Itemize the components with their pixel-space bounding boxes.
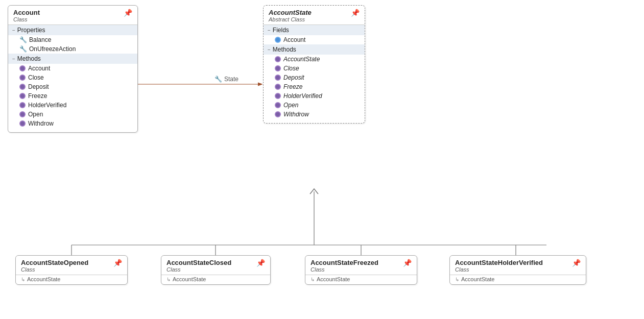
onufreeze-item: 🔧 OnUfreezeAction: [8, 44, 137, 54]
freezed-title: AccountStateFreezed: [311, 259, 378, 266]
account-subtitle: Class: [13, 16, 40, 22]
closed-title: AccountStateClosed: [166, 259, 231, 266]
methods-label: Methods: [17, 55, 41, 62]
method-icon: [275, 84, 281, 90]
fields-section-header: − Fields: [264, 25, 365, 35]
method-freeze: Freeze: [8, 91, 137, 101]
method-icon: [275, 65, 281, 71]
method-icon: [19, 93, 26, 99]
field-account: Account: [264, 35, 365, 44]
holderverified-header: AccountStateHolderVerified Class 📌: [450, 256, 586, 275]
as-method-freeze: Freeze: [264, 82, 365, 91]
method-deposit: Deposit: [8, 82, 137, 91]
wrench-icon-2: 🔧: [19, 45, 27, 53]
field-icon: [275, 37, 281, 43]
closed-header: AccountStateClosed Class 📌: [161, 256, 270, 275]
holderverified-subtitle: Class: [455, 266, 543, 273]
method-account: Account: [8, 64, 137, 73]
opened-pin-icon: 📌: [113, 259, 122, 267]
inherit-icon: ↳: [455, 277, 459, 282]
opened-parent: ↳ AccountState: [16, 275, 127, 284]
accountstate-title: AccountState: [269, 9, 312, 16]
method-icon: [19, 65, 26, 71]
freezed-box: AccountStateFreezed Class 📌 ↳ AccountSta…: [305, 255, 417, 285]
opened-title: AccountStateOpened: [21, 259, 88, 266]
freezed-pin-icon: 📌: [403, 259, 412, 267]
closed-box: AccountStateClosed Class 📌 ↳ AccountStat…: [161, 255, 271, 285]
holderverified-pin-icon: 📌: [572, 259, 581, 267]
inherit-icon: ↳: [166, 277, 171, 282]
as-method-accountstate: AccountState: [264, 55, 365, 64]
closed-subtitle: Class: [166, 266, 231, 273]
method-icon: [275, 75, 281, 81]
state-label: State: [224, 76, 238, 83]
inherit-icon: ↳: [21, 277, 25, 282]
methods-section-header: − Methods: [8, 54, 137, 64]
freezed-header: AccountStateFreezed Class 📌: [305, 256, 417, 275]
as-method-deposit: Deposit: [264, 73, 365, 82]
account-title: Account: [13, 9, 40, 16]
properties-label: Properties: [17, 27, 45, 34]
fields-label: Fields: [273, 27, 289, 34]
opened-box: AccountStateOpened Class 📌 ↳ AccountStat…: [15, 255, 128, 285]
method-icon: [19, 75, 26, 81]
opened-subtitle: Class: [21, 266, 88, 273]
account-header: Account Class 📌: [8, 6, 137, 25]
onufreeze-text: OnUfreezeAction: [29, 45, 76, 53]
diagram-container: Account Class 📌 − Properties 🔧 Balance 🔧…: [0, 0, 644, 319]
balance-item: 🔧 Balance: [8, 35, 137, 44]
holderverified-parent: ↳ AccountState: [450, 275, 586, 284]
wrench-state-icon: 🔧: [214, 76, 222, 83]
method-close: Close: [8, 73, 137, 82]
holderverified-title: AccountStateHolderVerified: [455, 259, 543, 266]
accountstate-subtitle: Abstract Class: [269, 16, 312, 22]
state-arrow-label: 🔧 State: [214, 76, 238, 83]
as-method-holderverified: HolderVerified: [264, 91, 365, 101]
as-method-withdrow: Withdrow: [264, 110, 365, 121]
accountstate-box: AccountState Abstract Class 📌 − Fields A…: [263, 5, 365, 124]
method-icon: [275, 56, 281, 62]
holderverified-box: AccountStateHolderVerified Class 📌 ↳ Acc…: [449, 255, 586, 285]
closed-parent: ↳ AccountState: [161, 275, 270, 284]
as-methods-section-header: − Methods: [264, 44, 365, 55]
method-withdrow: Withdrow: [8, 119, 137, 130]
freezed-subtitle: Class: [311, 266, 378, 273]
as-method-open: Open: [264, 101, 365, 110]
inherit-icon: ↳: [311, 277, 315, 282]
accountstate-pin-icon: 📌: [351, 9, 360, 17]
as-methods-label: Methods: [273, 46, 296, 53]
method-icon: [19, 120, 26, 127]
wrench-icon: 🔧: [19, 36, 27, 43]
method-icon: [19, 84, 26, 90]
freezed-parent: ↳ AccountState: [305, 275, 417, 284]
account-box: Account Class 📌 − Properties 🔧 Balance 🔧…: [8, 5, 138, 133]
method-icon: [19, 102, 26, 108]
method-icon: [275, 111, 281, 117]
closed-pin-icon: 📌: [256, 259, 265, 267]
accountstate-header: AccountState Abstract Class 📌: [264, 6, 365, 25]
as-method-close: Close: [264, 64, 365, 73]
opened-header: AccountStateOpened Class 📌: [16, 256, 127, 275]
properties-section-header: − Properties: [8, 25, 137, 35]
method-icon: [19, 111, 26, 117]
account-pin-icon: 📌: [124, 9, 132, 17]
balance-text: Balance: [29, 36, 51, 43]
accountstate-body: − Fields Account − Methods AccountState …: [264, 25, 365, 123]
method-open: Open: [8, 110, 137, 119]
method-icon: [275, 93, 281, 99]
account-body: − Properties 🔧 Balance 🔧 OnUfreezeAction…: [8, 25, 137, 132]
method-holderverified: HolderVerified: [8, 101, 137, 110]
method-icon: [275, 102, 281, 108]
